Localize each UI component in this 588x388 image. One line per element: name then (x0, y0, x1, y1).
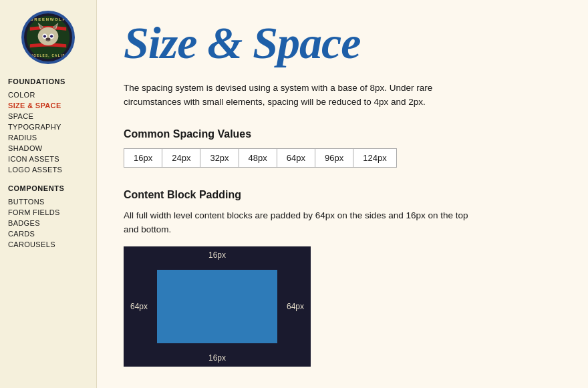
sidebar: LOS ANGELES, CALIFORNIA GREENWOLF FOUNDA… (0, 0, 97, 388)
spacing-cell-24: 24px (162, 149, 200, 167)
spacing-cell-64: 64px (277, 149, 315, 167)
svg-text:LOS ANGELES, CALIFORNIA: LOS ANGELES, CALIFORNIA (25, 54, 71, 57)
padding-section-description: All full width level content blocks are … (124, 209, 471, 237)
components-section-title: COMPONENTS (8, 184, 88, 192)
sidebar-section-components: COMPONENTS BUTTONS FORM FIELDS BADGES CA… (8, 184, 88, 250)
svg-point-10 (46, 37, 51, 40)
spacing-cell-48: 48px (239, 149, 277, 167)
sidebar-item-cards[interactable]: CARDS (8, 228, 88, 239)
spacing-cell-96: 96px (315, 149, 353, 167)
padding-diagram: 16px 64px 64px 16px (124, 246, 311, 367)
sidebar-item-shadow[interactable]: SHADOW (8, 143, 88, 154)
diagram-bottom-label: 16px (208, 353, 226, 363)
spacing-section-title: Common Spacing Values (124, 128, 561, 140)
spacing-cell-32: 32px (200, 149, 239, 167)
logo: LOS ANGELES, CALIFORNIA GREENWOLF (21, 11, 75, 64)
sidebar-item-logo-assets[interactable]: LOGO ASSETS (8, 164, 88, 175)
svg-text:GREENWOLF: GREENWOLF (30, 17, 66, 21)
diagram-right-label: 64px (287, 302, 304, 311)
sidebar-item-space[interactable]: SPACE (8, 111, 88, 122)
svg-point-1 (38, 27, 59, 45)
page-title: Size & Space (124, 20, 561, 65)
greenwolf-logo-icon: LOS ANGELES, CALIFORNIA GREENWOLF (25, 15, 71, 60)
sidebar-item-form-fields[interactable]: FORM FIELDS (8, 207, 88, 218)
logo-area: LOS ANGELES, CALIFORNIA GREENWOLF (8, 11, 88, 64)
diagram-top-label: 16px (208, 250, 226, 260)
diagram-left-label: 64px (130, 302, 148, 311)
foundations-section-title: FOUNDATIONS (8, 77, 88, 85)
spacing-section: Common Spacing Values 16px 24px 32px 48p… (124, 128, 561, 168)
padding-section-title: Content Block Padding (124, 189, 561, 201)
intro-text: The spacing system is devised using a sy… (124, 81, 471, 110)
sidebar-item-carousels[interactable]: CAROUSELS (8, 239, 88, 250)
spacing-cell-16: 16px (124, 149, 162, 167)
sidebar-item-buttons[interactable]: BUTTONS (8, 196, 88, 207)
sidebar-item-typography[interactable]: TYPOGRAPHY (8, 122, 88, 132)
sidebar-section-foundations: FOUNDATIONS COLOR SIZE & SPACE SPACE TYP… (8, 77, 88, 175)
spacing-cell-124: 124px (353, 149, 396, 167)
sidebar-item-size-space[interactable]: SIZE & SPACE (8, 100, 88, 111)
sidebar-item-badges[interactable]: BADGES (8, 218, 88, 228)
svg-point-8 (43, 35, 46, 37)
sidebar-item-color[interactable]: COLOR (8, 89, 88, 100)
svg-point-9 (50, 35, 53, 37)
sidebar-item-radius[interactable]: RADIUS (8, 132, 88, 143)
diagram-inner-block (157, 270, 277, 343)
padding-section: Content Block Padding All full width lev… (124, 189, 561, 367)
sidebar-item-icon-assets[interactable]: ICON ASSETS (8, 154, 88, 164)
spacing-values-table: 16px 24px 32px 48px 64px 96px 124px (124, 148, 397, 168)
main-content: Size & Space The spacing system is devis… (97, 0, 588, 388)
